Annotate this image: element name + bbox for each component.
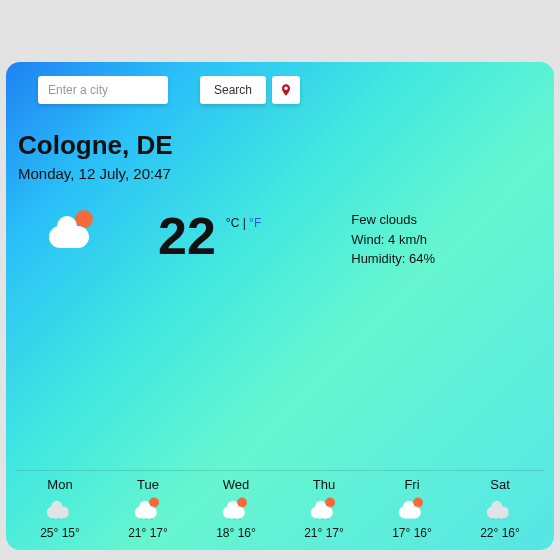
forecast-day-name: Mon [20,477,100,492]
weather-details: Few clouds Wind: 4 km/h Humidity: 64% [351,210,435,269]
search-bar: Search [6,62,554,118]
wind-info: Wind: 4 km/h [351,230,435,250]
forecast-temps: 22° 16° [460,526,540,540]
search-button[interactable]: Search [200,76,266,104]
cloud-sun-icon [49,210,97,248]
location-pin-icon [279,83,293,97]
forecast-temps: 21° 17° [108,526,188,540]
unit-fahrenheit[interactable]: °F [249,216,261,230]
forecast-row: Mon• • •25° 15°Tue• • •21° 17°Wed• • •18… [16,470,544,550]
forecast-temps: 18° 16° [196,526,276,540]
main-panel: Cologne, DE Monday, 12 July, 20:47 22 °C… [6,118,554,470]
forecast-temps: 21° 17° [284,526,364,540]
forecast-day[interactable]: Tue• • •21° 17° [108,477,188,540]
date-time: Monday, 12 July, 20:47 [18,165,542,182]
forecast-icon [372,494,452,522]
current-weather: 22 °C | °F Few clouds Wind: 4 km/h Humid… [18,210,542,269]
forecast-temps: 25° 15° [20,526,100,540]
forecast-day-name: Wed [196,477,276,492]
forecast-day[interactable]: Fri17° 16° [372,477,452,540]
forecast-day-name: Sat [460,477,540,492]
forecast-day[interactable]: Wed• • •18° 16° [196,477,276,540]
forecast-day-name: Fri [372,477,452,492]
humidity-info: Humidity: 64% [351,249,435,269]
locate-button[interactable] [272,76,300,104]
forecast-icon: • • • [196,494,276,522]
forecast-day[interactable]: Thu• • •21° 17° [284,477,364,540]
forecast-icon: • • • [108,494,188,522]
forecast-icon: • • • [460,494,540,522]
forecast-icon: • • • [20,494,100,522]
city-input[interactable] [38,76,168,104]
forecast-temps: 17° 16° [372,526,452,540]
unit-separator: | [239,216,249,230]
forecast-day[interactable]: Mon• • •25° 15° [20,477,100,540]
unit-toggle: °C | °F [226,216,261,230]
weather-description: Few clouds [351,210,435,230]
weather-card: Search Cologne, DE Monday, 12 July, 20:4… [6,62,554,550]
current-weather-icon [18,210,128,248]
forecast-day[interactable]: Sat• • •22° 16° [460,477,540,540]
unit-celsius[interactable]: °C [226,216,239,230]
forecast-icon: • • • [284,494,364,522]
forecast-day-name: Tue [108,477,188,492]
forecast-day-name: Thu [284,477,364,492]
location-name: Cologne, DE [18,130,542,161]
button-group: Search [200,76,300,104]
temperature-value: 22 [158,210,216,262]
temperature-block: 22 °C | °F [158,210,261,262]
